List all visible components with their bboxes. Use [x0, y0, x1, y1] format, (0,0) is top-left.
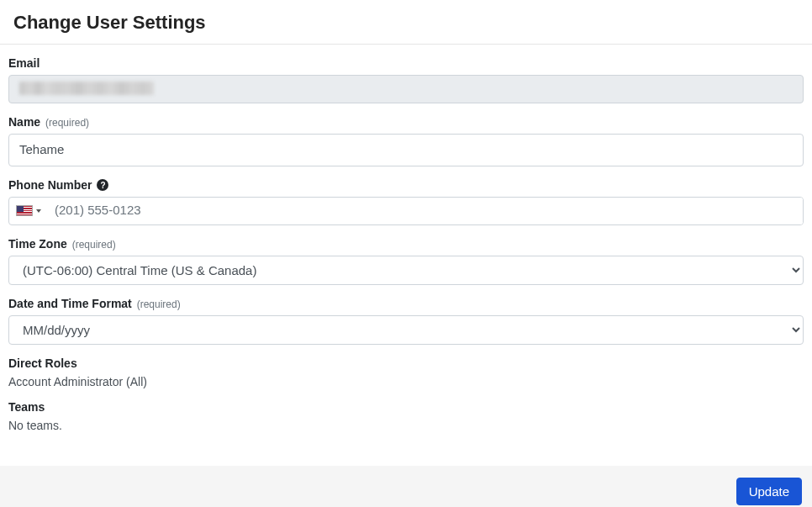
- dateformat-select[interactable]: MM/dd/yyyy: [8, 315, 804, 345]
- phone-field-wrapper: [8, 197, 804, 225]
- timezone-select[interactable]: (UTC-06:00) Central Time (US & Canada): [8, 256, 804, 285]
- caret-down-icon: [36, 209, 41, 213]
- phone-group: Phone Number ?: [8, 178, 804, 225]
- phone-input[interactable]: [46, 197, 803, 225]
- update-button[interactable]: Update: [736, 478, 802, 505]
- us-flag-icon: [16, 205, 33, 216]
- timezone-label-text: Time Zone: [8, 237, 67, 251]
- email-redacted-value: [19, 82, 154, 95]
- phone-country-selector[interactable]: [9, 198, 46, 224]
- email-group: Email: [8, 56, 804, 103]
- name-required-hint: (required): [45, 117, 89, 129]
- teams-value: No teams.: [8, 419, 804, 432]
- timezone-group: Time Zone (required) (UTC-06:00) Central…: [8, 237, 804, 285]
- dateformat-required-hint: (required): [137, 298, 181, 310]
- help-icon[interactable]: ?: [97, 179, 108, 191]
- name-label: Name (required): [8, 115, 804, 129]
- page-title: Change User Settings: [0, 0, 812, 45]
- phone-label: Phone Number ?: [8, 178, 804, 192]
- phone-label-text: Phone Number: [8, 178, 92, 192]
- teams-group: Teams No teams.: [8, 400, 804, 432]
- dateformat-label: Date and Time Format (required): [8, 297, 804, 310]
- direct-roles-value: Account Administrator (All): [8, 375, 804, 388]
- timezone-label: Time Zone (required): [8, 237, 804, 251]
- timezone-required-hint: (required): [72, 239, 116, 251]
- direct-roles-label: Direct Roles: [8, 356, 804, 370]
- email-label: Email: [8, 56, 804, 70]
- email-field: [8, 75, 804, 103]
- name-label-text: Name: [8, 115, 40, 129]
- teams-label: Teams: [8, 400, 804, 414]
- footer-bar: Update: [0, 466, 812, 508]
- dateformat-label-text: Date and Time Format: [8, 297, 132, 310]
- name-group: Name (required): [8, 115, 804, 166]
- name-input[interactable]: [8, 134, 804, 166]
- direct-roles-group: Direct Roles Account Administrator (All): [8, 356, 804, 388]
- dateformat-group: Date and Time Format (required) MM/dd/yy…: [8, 297, 804, 345]
